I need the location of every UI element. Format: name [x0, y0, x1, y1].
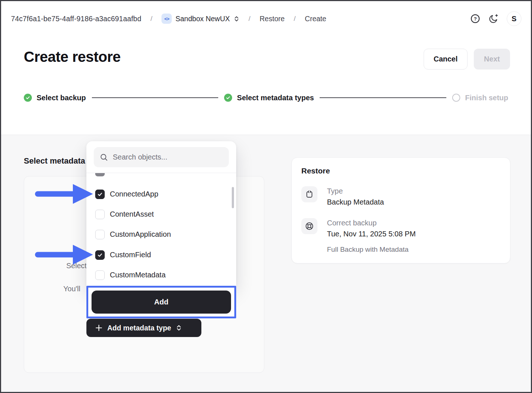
org-name: Sandbox NewUX — [175, 15, 230, 23]
list-item-customfield[interactable]: CustomField — [95, 245, 227, 265]
lifebuoy-icon — [301, 218, 317, 234]
search-icon — [100, 153, 108, 161]
step-label: Finish setup — [465, 94, 508, 102]
svg-text:?: ? — [474, 16, 477, 22]
scrollbar-thumb[interactable] — [232, 187, 234, 208]
page-title: Create restore — [24, 49, 120, 65]
metadata-type-list: ConnectedApp ContentAsset CustomApplicat… — [86, 173, 236, 286]
breadcrumb-separator: / — [148, 15, 155, 23]
type-label: Type — [327, 187, 343, 195]
wizard-stepper: Select backup Select metadata types Fini… — [24, 94, 508, 102]
search-input[interactable] — [113, 153, 223, 161]
dark-mode-moon-icon[interactable] — [488, 14, 499, 24]
checkbox-checked[interactable] — [95, 250, 105, 260]
add-button[interactable]: Add — [92, 291, 231, 314]
checkbox-unchecked[interactable] — [95, 270, 105, 280]
list-item-label: CustomMetadata — [110, 271, 165, 279]
stepper-connector — [92, 97, 219, 98]
checkbox-unchecked[interactable] — [95, 230, 105, 239]
clipped-list-item — [95, 173, 105, 176]
metadata-type-dropdown: ConnectedApp ContentAsset CustomApplicat… — [86, 141, 236, 286]
panel-empty-state-text: Select — [66, 262, 87, 270]
add-metadata-type-button[interactable]: Add metadata type — [86, 319, 201, 337]
org-switcher[interactable]: <> Sandbox NewUX — [161, 14, 239, 24]
cancel-button[interactable]: Cancel — [424, 49, 468, 70]
step-label: Select backup — [37, 94, 86, 102]
breadcrumb-org-id[interactable]: 74c7f6a1-be75-4aff-9186-a3ac691aafbd — [11, 15, 141, 23]
breadcrumb: 74c7f6a1-be75-4aff-9186-a3ac691aafbd / <… — [11, 14, 326, 24]
metadata-icon — [301, 186, 317, 202]
plus-icon — [95, 324, 103, 332]
chevron-up-down-icon — [176, 325, 182, 331]
breadcrumb-restore[interactable]: Restore — [260, 15, 284, 23]
pending-circle-icon — [452, 94, 460, 102]
list-item-label: ConnectedApp — [110, 190, 158, 198]
panel-empty-state-text: You'll — [63, 285, 80, 293]
user-avatar[interactable]: S — [507, 11, 521, 26]
stepper-connector — [320, 97, 446, 98]
correct-backup-value: Tue, Nov 11, 2025 5:08 PM — [327, 230, 416, 238]
check-circle-icon — [24, 94, 32, 102]
breadcrumb-separator: / — [246, 15, 253, 23]
step-select-backup: Select backup — [24, 94, 86, 102]
step-finish-setup: Finish setup — [452, 94, 508, 102]
step-label: Select metadata types — [237, 94, 314, 102]
restore-summary-card: Restore Type Backup Metadata Correct bac… — [291, 157, 510, 263]
header-actions: Cancel Next — [424, 49, 510, 70]
checkbox-checked[interactable] — [95, 190, 105, 199]
top-bar: 74c7f6a1-be75-4aff-9186-a3ac691aafbd / <… — [11, 1, 521, 36]
top-bar-actions: ? S — [470, 11, 521, 26]
add-metadata-type-label: Add metadata type — [107, 324, 171, 332]
breadcrumb-create[interactable]: Create — [305, 15, 327, 23]
list-item-connectedapp[interactable]: ConnectedApp — [95, 184, 227, 204]
chevron-up-down-icon — [234, 16, 239, 22]
list-item-customapplication[interactable]: CustomApplication — [95, 224, 227, 244]
checkbox-unchecked[interactable] — [95, 210, 105, 219]
list-item-label: ContentAsset — [110, 210, 154, 218]
annotation-highlight-box: Add — [86, 286, 236, 318]
next-button[interactable]: Next — [474, 49, 510, 70]
backup-note: Full Backup with Metadata — [327, 246, 409, 254]
code-icon: <> — [161, 14, 172, 24]
app-window: 74c7f6a1-be75-4aff-9186-a3ac691aafbd / <… — [0, 0, 532, 393]
card-title: Restore — [301, 166, 330, 175]
list-item-contentasset[interactable]: ContentAsset — [95, 204, 227, 224]
check-circle-icon — [224, 94, 232, 102]
step-select-metadata-types: Select metadata types — [224, 94, 314, 102]
list-item-custommetadata[interactable]: CustomMetadata — [95, 265, 227, 285]
correct-backup-label: Correct backup — [327, 219, 377, 227]
list-item-label: CustomField — [110, 251, 151, 259]
list-item-label: CustomApplication — [110, 230, 171, 239]
search-field[interactable] — [94, 147, 229, 167]
breadcrumb-separator: / — [291, 15, 298, 23]
help-icon[interactable]: ? — [470, 14, 480, 24]
type-value: Backup Metadata — [327, 198, 384, 206]
